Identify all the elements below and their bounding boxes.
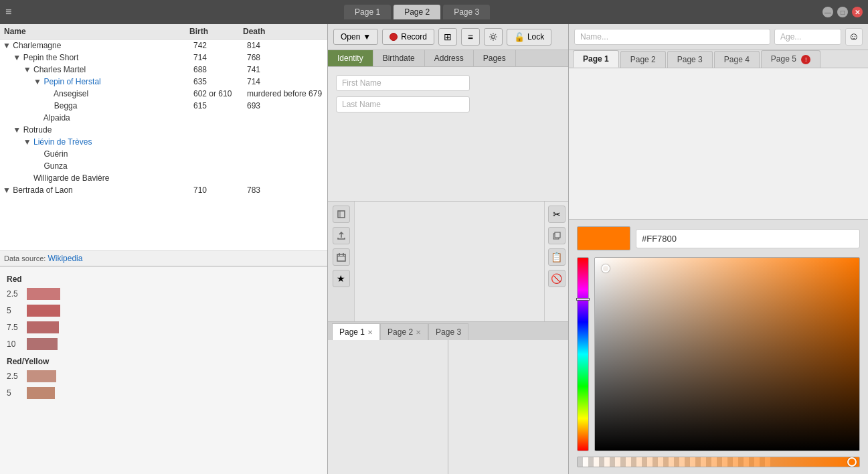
middle-page-tab-1[interactable]: Page 1 ✕: [332, 323, 380, 340]
table-row[interactable]: Ansegisel 602 or 610 murdered before 679: [0, 88, 327, 100]
right-search-bar: ☺: [569, 24, 868, 50]
tab-identity[interactable]: Identity: [328, 50, 373, 66]
hue-indicator: [576, 298, 590, 301]
tab-pages[interactable]: Pages: [474, 50, 516, 66]
table-row[interactable]: ▼ Charles Martel 688 741: [0, 64, 327, 76]
color-gradient-box[interactable]: [594, 257, 860, 451]
tab-address[interactable]: Address: [425, 50, 474, 66]
chart-label: 5: [7, 306, 27, 315]
right-tab-page3[interactable]: Page 3: [667, 51, 713, 68]
sub-page-col-2: [448, 340, 568, 474]
last-name-field[interactable]: [336, 96, 470, 112]
middle-page-tab-3[interactable]: Page 3: [428, 323, 468, 340]
table-row[interactable]: ▼ Charlemagne 742 814: [0, 40, 327, 52]
table-row[interactable]: ▼ Liévin de Trèves: [0, 136, 327, 148]
upload-icon-button[interactable]: [333, 227, 350, 244]
svg-rect-3: [337, 254, 345, 261]
tree-node-name[interactable]: Pepin of Herstal: [44, 77, 100, 86]
color-picker-main: [577, 257, 860, 451]
right-tab-page2[interactable]: Page 2: [620, 51, 666, 68]
tree-toggle[interactable]: ▼: [3, 41, 11, 50]
record-label: Record: [401, 32, 427, 42]
chart-label: 2.5: [7, 289, 27, 299]
first-name-field[interactable]: [336, 75, 470, 91]
tree-header: Name Birth Death: [0, 24, 327, 40]
tree-toggle[interactable]: ▼: [13, 125, 21, 135]
color-hex-input[interactable]: [636, 229, 860, 248]
table-row[interactable]: Gunza: [0, 160, 327, 172]
star-icon-button[interactable]: ★: [333, 270, 350, 287]
form-bottom: ★ ✂ 📋 🚫: [328, 201, 568, 321]
open-button[interactable]: Open ▼: [333, 29, 378, 45]
table-row[interactable]: ▼ Pepin of Herstal 635 714: [0, 76, 327, 88]
tree-node-death: 783: [247, 185, 327, 195]
page-tab-close-icon[interactable]: ✕: [367, 329, 373, 336]
smiley-button[interactable]: ☺: [845, 28, 863, 46]
table-row[interactable]: Begga 615 693: [0, 100, 327, 112]
table-row[interactable]: ▼ Pepin the Short 714 768: [0, 52, 327, 64]
tab-birthdate[interactable]: Birthdate: [373, 50, 425, 66]
age-search-input[interactable]: [774, 29, 841, 45]
name-search-input[interactable]: [574, 29, 770, 45]
settings-button[interactable]: [484, 28, 503, 46]
tree-node-name: Begga: [54, 101, 78, 110]
tree-node-name[interactable]: Liévin de Trèves: [33, 137, 92, 147]
right-tab-page1[interactable]: Page 1: [573, 50, 619, 68]
titlebar-tab-page2[interactable]: Page 2: [394, 5, 440, 19]
lock-button[interactable]: 🔓 Lock: [507, 29, 551, 46]
page-tab-close-icon[interactable]: ✕: [416, 329, 421, 336]
record-button[interactable]: Record: [382, 29, 434, 45]
table-row[interactable]: ▼ Bertrada of Laon 710 783: [0, 184, 327, 196]
paste-icon-button[interactable]: 📋: [548, 248, 566, 266]
table-row[interactable]: ▼ Rotrude: [0, 124, 327, 136]
delete-icon-button[interactable]: 🚫: [548, 270, 566, 287]
tree-toggle[interactable]: ▼: [23, 65, 31, 74]
tree-toggle[interactable]: ▼: [33, 77, 41, 86]
form-bottom-left-icons: ★: [328, 202, 355, 321]
tree-node-name: Alpaida: [44, 113, 70, 123]
chart-bar: [27, 387, 55, 399]
tree-toggle[interactable]: ▼: [3, 185, 11, 195]
color-hue-bar[interactable]: [577, 257, 589, 451]
lock-icon: 🔓: [514, 32, 525, 42]
tree-node-name: Gunza: [44, 161, 67, 171]
titlebar-tab-page3[interactable]: Page 3: [443, 5, 490, 19]
tree-node-death: 693: [247, 101, 327, 110]
tree-node-birth: 615: [193, 101, 247, 110]
gear-icon: [489, 32, 498, 42]
color-alpha-bar[interactable]: [577, 457, 860, 467]
grid-view-button[interactable]: ⊞: [438, 28, 457, 46]
list-view-button[interactable]: ≡: [461, 28, 480, 46]
table-row[interactable]: Guérin: [0, 148, 327, 160]
titlebar-tab-page1[interactable]: Page 1: [344, 5, 391, 19]
alpha-indicator[interactable]: [847, 457, 857, 467]
calendar-icon-button[interactable]: [333, 248, 350, 266]
titlebar-menu-icon[interactable]: ≡: [5, 6, 11, 18]
table-row[interactable]: Willigarde de Bavière: [0, 172, 327, 184]
tree-scroll[interactable]: ▼ Charlemagne 742 814 ▼ Pepin the Short …: [0, 40, 327, 250]
tree-node-name: Bertrada of Laon: [13, 185, 72, 195]
table-row[interactable]: Alpaida: [0, 112, 327, 124]
middle-page-tab-2[interactable]: Page 2 ✕: [380, 323, 428, 340]
sub-pages-area: [328, 340, 568, 474]
right-tab-page5[interactable]: Page 5 !: [761, 50, 820, 68]
copy-icon-button[interactable]: [548, 227, 566, 244]
tree-toggle[interactable]: ▼: [23, 137, 31, 147]
right-tab-page4[interactable]: Page 4: [714, 51, 760, 68]
middle-toolbar: Open ▼ Record ⊞ ≡ 🔓 Lock: [328, 24, 568, 50]
maximize-button[interactable]: □: [837, 7, 848, 17]
color-swatch[interactable]: [577, 226, 630, 250]
datasource-link[interactable]: Wikipedia: [48, 254, 82, 263]
minimize-button[interactable]: —: [822, 7, 833, 17]
sub-page-col-1: [328, 340, 448, 474]
tree-toggle[interactable]: ▼: [13, 53, 21, 62]
close-button[interactable]: ✕: [852, 7, 863, 17]
cut-icon-button[interactable]: ✂: [548, 206, 566, 223]
form-content: [328, 67, 568, 201]
gradient-indicator[interactable]: [602, 264, 610, 272]
chart-row: 10: [7, 337, 321, 351]
tree-node-death: murdered before 679: [247, 89, 327, 98]
right-page-tabs: Page 1 Page 2 Page 3 Page 4 Page 5 !: [569, 50, 868, 68]
chart-row: 7.5: [7, 320, 321, 335]
import-icon-button[interactable]: [333, 206, 350, 223]
